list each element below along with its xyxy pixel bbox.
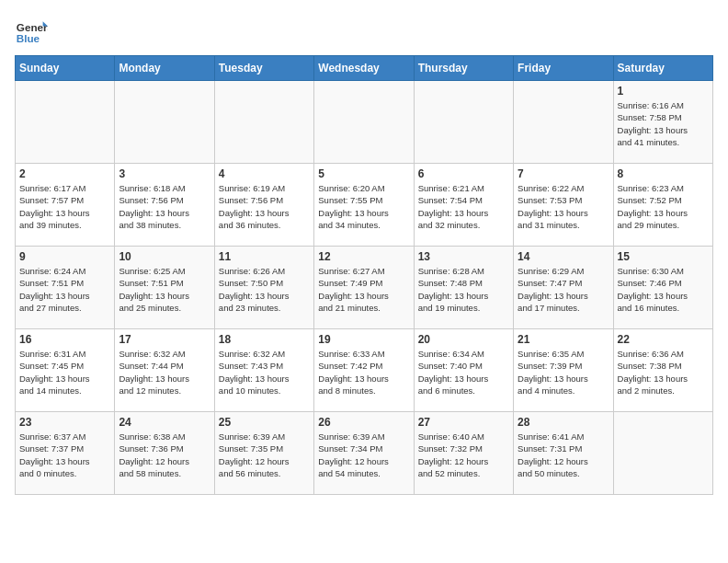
day-number: 20	[418, 333, 509, 346]
day-cell	[314, 81, 414, 164]
calendar-header: SundayMondayTuesdayWednesdayThursdayFrid…	[16, 56, 713, 81]
day-info: Sunrise: 6:35 AM Sunset: 7:39 PM Dayligh…	[518, 348, 609, 396]
day-info: Sunrise: 6:31 AM Sunset: 7:45 PM Dayligh…	[19, 348, 110, 396]
day-cell: 21Sunrise: 6:35 AM Sunset: 7:39 PM Dayli…	[514, 329, 613, 412]
day-info: Sunrise: 6:39 AM Sunset: 7:34 PM Dayligh…	[318, 431, 409, 479]
day-number: 28	[518, 416, 609, 429]
logo: General Blue	[15, 15, 51, 48]
column-header-thursday: Thursday	[414, 56, 513, 81]
day-number: 15	[618, 250, 709, 263]
day-number: 13	[418, 250, 509, 263]
day-info: Sunrise: 6:39 AM Sunset: 7:35 PM Dayligh…	[219, 431, 310, 479]
header-row: SundayMondayTuesdayWednesdayThursdayFrid…	[16, 56, 713, 81]
week-row-4: 23Sunrise: 6:37 AM Sunset: 7:37 PM Dayli…	[16, 412, 713, 495]
column-header-wednesday: Wednesday	[314, 56, 414, 81]
day-cell: 25Sunrise: 6:39 AM Sunset: 7:35 PM Dayli…	[214, 412, 313, 495]
logo-icon: General Blue	[15, 15, 48, 48]
day-info: Sunrise: 6:17 AM Sunset: 7:57 PM Dayligh…	[19, 182, 110, 231]
day-info: Sunrise: 6:34 AM Sunset: 7:40 PM Dayligh…	[418, 348, 509, 396]
day-info: Sunrise: 6:24 AM Sunset: 7:51 PM Dayligh…	[19, 265, 110, 314]
day-cell: 8Sunrise: 6:23 AM Sunset: 7:52 PM Daylig…	[613, 164, 712, 247]
day-info: Sunrise: 6:23 AM Sunset: 7:52 PM Dayligh…	[618, 182, 709, 231]
day-cell: 13Sunrise: 6:28 AM Sunset: 7:48 PM Dayli…	[414, 247, 513, 329]
day-cell: 18Sunrise: 6:32 AM Sunset: 7:43 PM Dayli…	[214, 329, 313, 412]
calendar-body: 1Sunrise: 6:16 AM Sunset: 7:58 PM Daylig…	[16, 81, 713, 495]
day-cell	[115, 81, 214, 164]
day-cell: 20Sunrise: 6:34 AM Sunset: 7:40 PM Dayli…	[414, 329, 513, 412]
column-header-monday: Monday	[115, 56, 214, 81]
day-info: Sunrise: 6:38 AM Sunset: 7:36 PM Dayligh…	[119, 431, 210, 479]
week-row-1: 2Sunrise: 6:17 AM Sunset: 7:57 PM Daylig…	[16, 164, 713, 247]
day-cell: 16Sunrise: 6:31 AM Sunset: 7:45 PM Dayli…	[16, 329, 115, 412]
day-number: 18	[219, 333, 310, 346]
day-cell: 5Sunrise: 6:20 AM Sunset: 7:55 PM Daylig…	[314, 164, 414, 247]
day-info: Sunrise: 6:25 AM Sunset: 7:51 PM Dayligh…	[119, 265, 210, 314]
page-header: General Blue	[15, 15, 713, 48]
column-header-sunday: Sunday	[16, 56, 115, 81]
day-number: 19	[318, 333, 409, 346]
day-number: 22	[618, 333, 709, 346]
day-number: 21	[518, 333, 609, 346]
day-number: 12	[318, 250, 409, 263]
day-number: 17	[119, 333, 210, 346]
day-number: 25	[219, 416, 310, 429]
day-info: Sunrise: 6:29 AM Sunset: 7:47 PM Dayligh…	[518, 265, 609, 314]
day-info: Sunrise: 6:32 AM Sunset: 7:44 PM Dayligh…	[119, 348, 210, 396]
day-info: Sunrise: 6:21 AM Sunset: 7:54 PM Dayligh…	[418, 182, 509, 231]
day-number: 1	[618, 85, 709, 98]
day-cell: 7Sunrise: 6:22 AM Sunset: 7:53 PM Daylig…	[514, 164, 613, 247]
day-cell	[414, 81, 513, 164]
day-cell: 10Sunrise: 6:25 AM Sunset: 7:51 PM Dayli…	[115, 247, 214, 329]
day-cell: 27Sunrise: 6:40 AM Sunset: 7:32 PM Dayli…	[414, 412, 513, 495]
day-number: 23	[19, 416, 110, 429]
day-cell: 11Sunrise: 6:26 AM Sunset: 7:50 PM Dayli…	[214, 247, 313, 329]
day-cell	[214, 81, 313, 164]
day-cell: 6Sunrise: 6:21 AM Sunset: 7:54 PM Daylig…	[414, 164, 513, 247]
day-cell: 19Sunrise: 6:33 AM Sunset: 7:42 PM Dayli…	[314, 329, 414, 412]
day-cell	[613, 412, 712, 495]
week-row-3: 16Sunrise: 6:31 AM Sunset: 7:45 PM Dayli…	[16, 329, 713, 412]
day-number: 27	[418, 416, 509, 429]
day-number: 24	[119, 416, 210, 429]
day-number: 8	[618, 167, 709, 180]
day-number: 26	[318, 416, 409, 429]
day-number: 10	[119, 250, 210, 263]
day-cell: 9Sunrise: 6:24 AM Sunset: 7:51 PM Daylig…	[16, 247, 115, 329]
calendar-table: SundayMondayTuesdayWednesdayThursdayFrid…	[15, 55, 713, 495]
day-info: Sunrise: 6:18 AM Sunset: 7:56 PM Dayligh…	[119, 182, 210, 231]
day-cell: 26Sunrise: 6:39 AM Sunset: 7:34 PM Dayli…	[314, 412, 414, 495]
day-info: Sunrise: 6:36 AM Sunset: 7:38 PM Dayligh…	[618, 348, 709, 396]
day-info: Sunrise: 6:28 AM Sunset: 7:48 PM Dayligh…	[418, 265, 509, 314]
day-number: 14	[518, 250, 609, 263]
day-cell: 3Sunrise: 6:18 AM Sunset: 7:56 PM Daylig…	[115, 164, 214, 247]
column-header-tuesday: Tuesday	[214, 56, 313, 81]
day-info: Sunrise: 6:40 AM Sunset: 7:32 PM Dayligh…	[418, 431, 509, 479]
day-cell: 23Sunrise: 6:37 AM Sunset: 7:37 PM Dayli…	[16, 412, 115, 495]
day-number: 2	[19, 167, 110, 180]
day-cell: 24Sunrise: 6:38 AM Sunset: 7:36 PM Dayli…	[115, 412, 214, 495]
svg-text:Blue: Blue	[17, 32, 40, 44]
day-info: Sunrise: 6:33 AM Sunset: 7:42 PM Dayligh…	[318, 348, 409, 396]
day-cell: 22Sunrise: 6:36 AM Sunset: 7:38 PM Dayli…	[613, 329, 712, 412]
column-header-friday: Friday	[514, 56, 613, 81]
day-number: 9	[19, 250, 110, 263]
day-cell: 14Sunrise: 6:29 AM Sunset: 7:47 PM Dayli…	[514, 247, 613, 329]
day-info: Sunrise: 6:32 AM Sunset: 7:43 PM Dayligh…	[219, 348, 310, 396]
day-number: 4	[219, 167, 310, 180]
column-header-saturday: Saturday	[613, 56, 712, 81]
day-cell: 2Sunrise: 6:17 AM Sunset: 7:57 PM Daylig…	[16, 164, 115, 247]
day-info: Sunrise: 6:16 AM Sunset: 7:58 PM Dayligh…	[618, 99, 709, 148]
week-row-0: 1Sunrise: 6:16 AM Sunset: 7:58 PM Daylig…	[16, 81, 713, 164]
day-info: Sunrise: 6:20 AM Sunset: 7:55 PM Dayligh…	[318, 182, 409, 231]
day-cell: 28Sunrise: 6:41 AM Sunset: 7:31 PM Dayli…	[514, 412, 613, 495]
day-info: Sunrise: 6:19 AM Sunset: 7:56 PM Dayligh…	[219, 182, 310, 231]
day-number: 16	[19, 333, 110, 346]
day-info: Sunrise: 6:41 AM Sunset: 7:31 PM Dayligh…	[518, 431, 609, 479]
day-info: Sunrise: 6:26 AM Sunset: 7:50 PM Dayligh…	[219, 265, 310, 314]
week-row-2: 9Sunrise: 6:24 AM Sunset: 7:51 PM Daylig…	[16, 247, 713, 329]
day-number: 11	[219, 250, 310, 263]
day-number: 7	[518, 167, 609, 180]
day-cell: 4Sunrise: 6:19 AM Sunset: 7:56 PM Daylig…	[214, 164, 313, 247]
day-cell: 15Sunrise: 6:30 AM Sunset: 7:46 PM Dayli…	[613, 247, 712, 329]
day-cell: 1Sunrise: 6:16 AM Sunset: 7:58 PM Daylig…	[613, 81, 712, 164]
